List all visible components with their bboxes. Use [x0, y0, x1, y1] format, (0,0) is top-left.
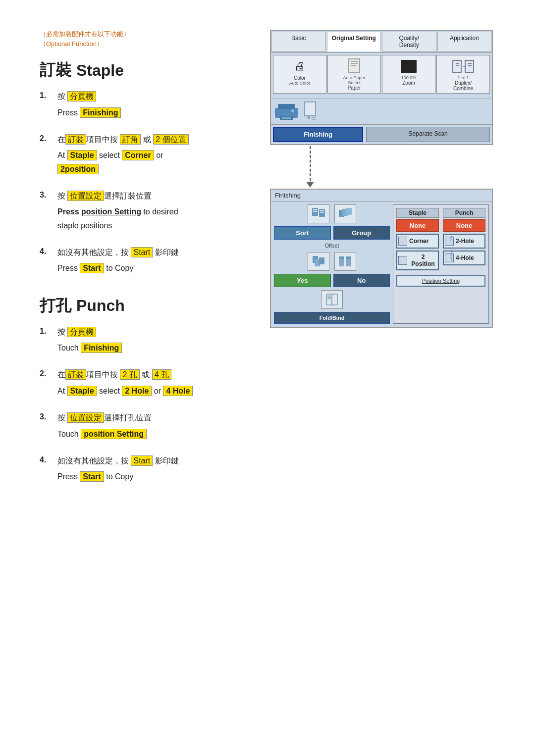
paper-sublabel: Auto PaperSelect — [329, 75, 379, 85]
staple-none-btn[interactable]: None — [396, 219, 439, 232]
step-2-zh: 在訂裝項目中按 訂角 或 2 個位置 — [57, 133, 302, 146]
tab-basic[interactable]: Basic — [271, 32, 326, 51]
punch-step-2-en-h3: 4 Hole — [163, 386, 193, 396]
finishing-panel-title: Finishing — [271, 190, 492, 202]
btn-row: 🖨 Color Auto Color Auto PaperSelect — [271, 53, 492, 95]
finishing-tab-btn[interactable]: Finishing — [273, 127, 363, 142]
staple-corner-btn[interactable]: Corner — [396, 234, 439, 249]
right-ui: Basic Original Setting Quality/Density A… — [270, 30, 495, 328]
color-icon: 🖨 — [274, 57, 325, 75]
step-3-zh: 按 位置設定選擇訂裝位置 — [57, 190, 302, 202]
staple-step-3: 3. 按 位置設定選擇訂裝位置 Press position Setting t… — [40, 190, 302, 232]
punch-step-num-2: 2. — [40, 368, 57, 378]
tab-application[interactable]: Application — [437, 32, 492, 51]
zoom-sublabel: 100.0% — [383, 75, 434, 80]
punch-step-1-zh-h: 分頁機 — [67, 327, 96, 337]
step-1-en: Press Finishing — [57, 106, 302, 119]
color-btn[interactable]: 🖨 Color Auto Color — [273, 55, 326, 94]
paper-label: Paper — [329, 85, 379, 91]
step-num-4: 4. — [40, 246, 57, 256]
yes-no-btns: Yes No — [274, 274, 390, 287]
tab-row: Basic Original Setting Quality/Density A… — [271, 31, 492, 53]
svg-rect-9 — [465, 60, 474, 72]
staple-step-4: 4. 如沒有其他設定，按 Start 影印鍵 Press Start to Co… — [40, 246, 302, 275]
svg-rect-41 — [327, 297, 331, 298]
svg-point-16 — [291, 109, 294, 112]
svg-rect-33 — [319, 257, 324, 264]
step-3-en: Press position Setting to desired staple… — [57, 205, 302, 232]
svg-marker-21 — [306, 182, 314, 188]
svg-rect-20 — [312, 119, 316, 120]
punch-2hole-btn[interactable]: ⋮ 2-Hole — [443, 234, 485, 249]
step-2-zh-h1: 訂裝 — [65, 134, 86, 145]
svg-rect-1 — [351, 61, 358, 62]
4hole-indicator: ⋮⋮ — [445, 253, 454, 262]
punch-step-3-zh-h: 位置設定 — [67, 412, 104, 423]
svg-rect-17 — [305, 102, 316, 116]
no-btn[interactable]: No — [333, 274, 390, 287]
en-note: （Optional Function） — [40, 40, 302, 49]
punch-step-2-en-h1: Staple — [67, 386, 97, 396]
svg-rect-27 — [320, 212, 324, 213]
step-4-content: 如沒有其他設定，按 Start 影印鍵 Press Start to Copy — [57, 246, 302, 275]
separate-scan-btn[interactable]: Separate Scan — [366, 127, 490, 142]
punch-step-3-zh: 按 位置設定選擇打孔位置 — [57, 411, 302, 424]
zoom-btn[interactable]: 100.0% Zoom — [382, 55, 435, 94]
2pos-label: 2 Position — [409, 253, 437, 267]
staple-2pos-btn[interactable]: 2 Position — [396, 251, 439, 270]
svg-rect-40 — [327, 296, 331, 297]
punch-step-num-4: 4. — [40, 454, 57, 464]
duplex-sublabel: 1 ➔ 1 — [438, 75, 488, 80]
2pos-indicator — [398, 256, 407, 265]
yes-btn[interactable]: Yes — [274, 274, 331, 287]
svg-rect-24 — [313, 209, 317, 210]
left-content: （必需加裝配件才有以下功能） （Optional Function） 訂裝 St… — [40, 30, 302, 484]
svg-rect-18 — [308, 116, 310, 119]
punch-finishing-label: Finishing — [81, 343, 122, 353]
tab-original-setting[interactable]: Original Setting — [327, 32, 381, 51]
punch-step-1-content: 按 分頁機 Touch Finishing — [57, 326, 302, 355]
zh-note: （必需加裝配件才有以下功能） — [40, 30, 302, 39]
step-1-zh-highlight: 分頁機 — [67, 91, 96, 101]
corner-indicator — [398, 237, 407, 246]
offset-label: Offset — [274, 243, 390, 249]
2hole-label: 2-Hole — [456, 238, 474, 245]
fold-bind-btn[interactable]: Fold/Bind — [274, 312, 390, 324]
finishing-panel: Finishing — [270, 189, 493, 328]
svg-rect-26 — [320, 210, 324, 211]
punch-4hole-btn[interactable]: ⋮⋮ 4-Hole — [443, 251, 485, 265]
staple-punch-headers: Staple None Corner 2 Position — [396, 208, 485, 272]
punch-header: Punch — [443, 208, 485, 218]
svg-rect-2 — [351, 63, 358, 64]
punch-step-2-zh: 在訂裝項目中按 2 孔 或 4 孔 — [57, 368, 302, 381]
sort-group-icons — [274, 204, 390, 223]
punch-step-2-en-h2: 2 Hole — [122, 386, 152, 396]
duplex-label: Duplex/Combine — [438, 80, 488, 91]
duplex-btn[interactable]: ➔ 1 ➔ 1 Duplex/Combine — [436, 55, 490, 94]
svg-rect-6 — [456, 63, 459, 64]
punch-step-4-zh: 如沒有其他設定，按 Start 影印鍵 — [57, 454, 302, 467]
svg-rect-15 — [282, 117, 291, 119]
offset-icon-2 — [334, 252, 356, 271]
printer-icon-right — [303, 101, 318, 122]
step-num-2: 2. — [40, 133, 57, 143]
printer-icon-left — [274, 102, 299, 122]
punch-step-3-content: 按 位置設定選擇打孔位置 Touch position Setting — [57, 411, 302, 441]
step-2-en: At Staple select Corner or 2position — [57, 149, 302, 175]
svg-rect-30 — [346, 208, 352, 215]
svg-rect-7 — [456, 65, 459, 66]
sort-btn[interactable]: Sort — [274, 226, 331, 240]
step-3-content: 按 位置設定選擇訂裝位置 Press position Setting to d… — [57, 190, 302, 232]
punch-none-btn[interactable]: None — [443, 219, 485, 232]
tab-quality[interactable]: Quality/Density — [382, 32, 436, 51]
punch-title-en: Punch — [76, 297, 125, 315]
step-3-en-bold: Press position Setting — [57, 207, 141, 216]
position-setting-btn[interactable]: Position Setting — [396, 275, 485, 287]
staple-step-2: 2. 在訂裝項目中按 訂角 或 2 個位置 At Staple select C… — [40, 133, 302, 176]
paper-btn[interactable]: Auto PaperSelect Paper — [327, 55, 381, 94]
punch-section-title: 打孔 Punch — [40, 295, 302, 317]
group-btn[interactable]: Group — [333, 226, 390, 240]
punch-start-label: Start — [80, 471, 104, 482]
start-btn-label: Start — [80, 263, 104, 273]
staple-section-title: 訂裝 Staple — [40, 59, 302, 81]
